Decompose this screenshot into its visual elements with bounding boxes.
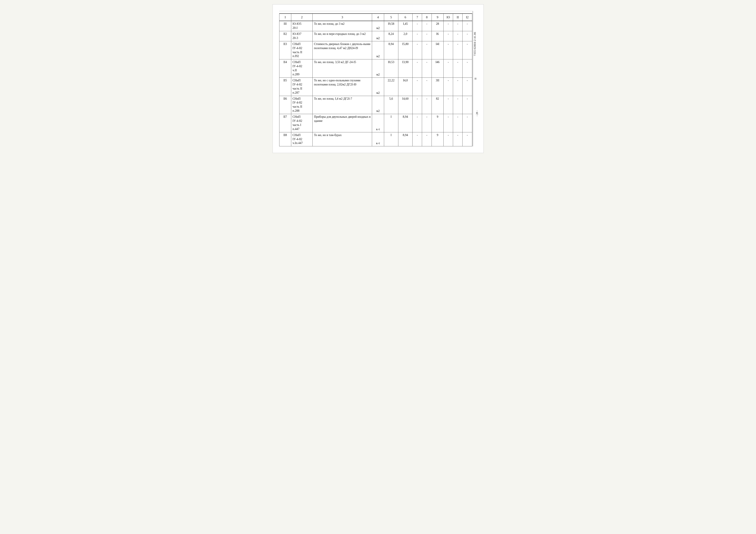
side-label-page: - 28 - bbox=[473, 81, 479, 146]
row-0-col-6: I,45 bbox=[398, 21, 412, 31]
row-6-col-3: Приборы для двупольных дверей входных в … bbox=[312, 114, 372, 132]
row-0-col-2: IO-IO5 20-I bbox=[291, 21, 312, 31]
row-0-col-1: III bbox=[279, 21, 291, 31]
row-1-col-7: - bbox=[413, 31, 422, 41]
table-row: II6СНиП IУ-4-82 часть II п.288То же, но … bbox=[279, 96, 472, 114]
row-2-col-11: - bbox=[453, 41, 463, 60]
row-1-col-3: То же, но в пере-городках площ. до 3 м2 bbox=[312, 31, 372, 41]
header-col-12: I2 bbox=[463, 13, 472, 21]
row-3-col-10: - bbox=[444, 60, 453, 78]
row-2-col-9: I4I bbox=[432, 41, 444, 60]
row-1-col-8: - bbox=[422, 31, 432, 41]
row-5-col-6: I4,60 bbox=[398, 96, 412, 114]
row-7-col-3: То же, но в там-бурах bbox=[312, 132, 372, 146]
row-3-col-5: I0,53 bbox=[384, 60, 398, 78]
row-4-col-7: - bbox=[413, 78, 422, 96]
row-4-col-8: - bbox=[422, 78, 432, 96]
row-7-col-6: 8,94 bbox=[398, 132, 412, 146]
row-4-col-11: - bbox=[453, 78, 463, 96]
row-5-col-3: То же, но площ. I,4 м2 ДГ2I-7 bbox=[312, 96, 372, 114]
row-0-col-4: м2 bbox=[372, 21, 384, 31]
row-3-col-6: I3,90 bbox=[398, 60, 412, 78]
row-4-col-10: - bbox=[444, 78, 453, 96]
row-1-col-11: - bbox=[453, 31, 463, 41]
row-1-col-2: IO-IO7 20-3 bbox=[291, 31, 312, 41]
row-1-col-1: II2 bbox=[279, 31, 291, 41]
row-2-col-8: - bbox=[422, 41, 432, 60]
row-2-col-3: Стоимость дверных блоков с двуполь-ными … bbox=[312, 41, 372, 60]
row-4-col-5: 22,22 bbox=[384, 78, 398, 96]
row-2-col-4: м2 bbox=[372, 41, 384, 60]
table-row: II4СНиП IУ-4-82 ч.II п.289То же, но площ… bbox=[279, 60, 472, 78]
header-col-5: 5 bbox=[384, 13, 398, 21]
row-2-col-10: - bbox=[444, 41, 453, 60]
table-row: II5СНиП IУ-4-82 часть II п.287То же, но … bbox=[279, 78, 472, 96]
side-label-doc-number: 7355-02804-2-41.86 bbox=[473, 11, 479, 77]
row-0-col-5: I9,58 bbox=[384, 21, 398, 31]
row-0-col-8: - bbox=[422, 21, 432, 31]
row-3-col-1: II4 bbox=[279, 60, 291, 78]
row-5-col-10: - bbox=[444, 96, 453, 114]
row-3-col-2: СНиП IУ-4-82 ч.II п.289 bbox=[291, 60, 312, 78]
row-0-col-9: 28 bbox=[432, 21, 444, 31]
row-5-col-4: м2 bbox=[372, 96, 384, 114]
row-7-col-12: - bbox=[463, 132, 472, 146]
row-1-col-4: м2 bbox=[372, 31, 384, 41]
side-label-section: II bbox=[473, 77, 479, 81]
row-4-col-12: - bbox=[463, 78, 472, 96]
side-label: 7355-02804-2-41.86 II - 28 - bbox=[473, 11, 479, 146]
row-1-col-6: 2,0 bbox=[398, 31, 412, 41]
row-4-col-2: СНиП IУ-4-82 часть II п.287 bbox=[291, 78, 312, 96]
row-3-col-11: - bbox=[453, 60, 463, 78]
row-5-col-8: - bbox=[422, 96, 432, 114]
row-5-col-9: 82 bbox=[432, 96, 444, 114]
header-col-7: 7 bbox=[413, 13, 422, 21]
header-col-1: I bbox=[279, 13, 291, 21]
row-3-col-8: - bbox=[422, 60, 432, 78]
row-0-col-7: - bbox=[413, 21, 422, 31]
row-3-col-12: - bbox=[463, 60, 472, 78]
row-3-col-9: I46 bbox=[432, 60, 444, 78]
row-1-col-12: - bbox=[463, 31, 472, 41]
row-2-col-6: I5,80 bbox=[398, 41, 412, 60]
row-6-col-10: - bbox=[444, 114, 453, 132]
row-5-col-1: II6 bbox=[279, 96, 291, 114]
row-5-col-2: СНиП IУ-4-82 часть II п.288 bbox=[291, 96, 312, 114]
row-7-col-7: - bbox=[413, 132, 422, 146]
row-3-col-3: То же, но площ. 3,5I м2 ДГ-24-I5 bbox=[312, 60, 372, 78]
row-2-col-1: II3 bbox=[279, 41, 291, 60]
row-2-col-12: - bbox=[463, 41, 472, 60]
row-6-col-4: к-т bbox=[372, 114, 384, 132]
header-col-9: 9 bbox=[432, 13, 444, 21]
row-7-col-10: - bbox=[444, 132, 453, 146]
table-row: II7СНиП IУ-4-82 часть I п.447Приборы для… bbox=[279, 114, 472, 132]
row-0-col-3: То же, но площ. до 3 м2 bbox=[312, 21, 372, 31]
row-6-col-2: СНиП IУ-4-82 часть I п.447 bbox=[291, 114, 312, 132]
header-col-11: II bbox=[453, 13, 463, 21]
row-7-col-2: СНиП IУ-4-82 ч.Iп.447 bbox=[291, 132, 312, 146]
row-7-col-5: I bbox=[384, 132, 398, 146]
row-6-col-7: - bbox=[413, 114, 422, 132]
row-5-col-7: - bbox=[413, 96, 422, 114]
row-5-col-12: - bbox=[463, 96, 472, 114]
header-col-4: 4 bbox=[372, 13, 384, 21]
row-6-col-11: - bbox=[453, 114, 463, 132]
row-6-col-1: II7 bbox=[279, 114, 291, 132]
row-6-col-12: - bbox=[463, 114, 472, 132]
row-7-col-11: - bbox=[453, 132, 463, 146]
row-7-col-4: к-т bbox=[372, 132, 384, 146]
header-col-10: IO bbox=[444, 13, 453, 21]
row-6-col-9: 9 bbox=[432, 114, 444, 132]
table-row: IIIIO-IO5 20-IТо же, но площ. до 3 м2м2I… bbox=[279, 21, 472, 31]
row-3-col-4: м2 bbox=[372, 60, 384, 78]
row-4-col-6: I4,0 bbox=[398, 78, 412, 96]
row-2-col-5: 8,94 bbox=[384, 41, 398, 60]
row-1-col-5: 8,24 bbox=[384, 31, 398, 41]
table-row: II8СНиП IУ-4-82 ч.Iп.447То же, но в там-… bbox=[279, 132, 472, 146]
header-col-6: 6 bbox=[398, 13, 412, 21]
row-5-col-5: 5,6 bbox=[384, 96, 398, 114]
header-col-3: 3 bbox=[312, 13, 372, 21]
table-row: II2IO-IO7 20-3То же, но в пере-городках … bbox=[279, 31, 472, 41]
row-4-col-1: II5 bbox=[279, 78, 291, 96]
header-col-2: 2 bbox=[291, 13, 312, 21]
